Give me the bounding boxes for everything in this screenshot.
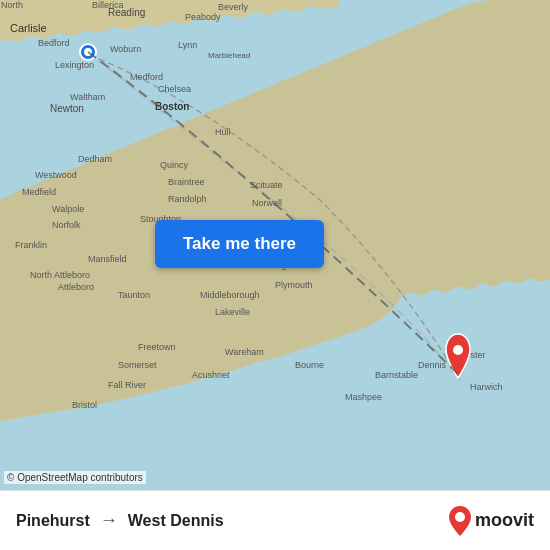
svg-text:Somerset: Somerset (118, 360, 157, 370)
svg-text:Peabody: Peabody (185, 12, 221, 22)
svg-text:Randolph: Randolph (168, 194, 207, 204)
svg-text:Hull: Hull (215, 127, 231, 137)
svg-text:Middleborough: Middleborough (200, 290, 260, 300)
svg-text:Wareham: Wareham (225, 347, 264, 357)
svg-text:Fall River: Fall River (108, 380, 146, 390)
svg-text:Bourne: Bourne (295, 360, 324, 370)
svg-text:Carlisle: Carlisle (10, 22, 47, 34)
svg-text:Bedford: Bedford (38, 38, 70, 48)
route-info: Pinehurst → West Dennis (16, 510, 224, 531)
svg-text:Mashpee: Mashpee (345, 392, 382, 402)
svg-text:Walpole: Walpole (52, 204, 84, 214)
svg-text:Freetown: Freetown (138, 342, 176, 352)
svg-text:Lakeville: Lakeville (215, 307, 250, 317)
svg-text:Billerica: Billerica (92, 0, 124, 10)
svg-text:Franklin: Franklin (15, 240, 47, 250)
svg-text:Dennis: Dennis (418, 360, 447, 370)
svg-text:North: North (1, 0, 23, 10)
svg-text:Harwich: Harwich (470, 382, 503, 392)
svg-text:Medfield: Medfield (22, 187, 56, 197)
moovit-logo: moovit (449, 506, 534, 536)
bottom-bar: Pinehurst → West Dennis moovit (0, 490, 550, 550)
take-me-there-button[interactable]: Take me there (155, 220, 324, 268)
svg-text:Dedham: Dedham (78, 154, 112, 164)
origin-label: Pinehurst (16, 512, 90, 530)
svg-text:Acushnet: Acushnet (192, 370, 230, 380)
svg-text:Scituate: Scituate (250, 180, 283, 190)
svg-text:Medford: Medford (130, 72, 163, 82)
svg-point-56 (453, 345, 463, 355)
svg-text:Marblehead: Marblehead (208, 51, 250, 60)
svg-text:Plymouth: Plymouth (275, 280, 313, 290)
svg-text:Woburn: Woburn (110, 44, 141, 54)
route-arrow-icon: → (100, 510, 118, 531)
svg-text:North Attleboro: North Attleboro (30, 270, 90, 280)
svg-text:Taunton: Taunton (118, 290, 150, 300)
svg-text:Lynn: Lynn (178, 40, 197, 50)
svg-text:Boston: Boston (155, 101, 189, 112)
svg-text:Lexington: Lexington (55, 60, 94, 70)
svg-text:Bristol: Bristol (72, 400, 97, 410)
svg-text:Beverly: Beverly (218, 2, 249, 12)
svg-text:Braintree: Braintree (168, 177, 205, 187)
moovit-brand-label: moovit (475, 510, 534, 531)
moovit-pin-icon (449, 506, 471, 536)
svg-text:Mansfield: Mansfield (88, 254, 127, 264)
svg-text:Chelsea: Chelsea (158, 84, 191, 94)
svg-text:Attleboro: Attleboro (58, 282, 94, 292)
svg-point-57 (455, 512, 465, 522)
svg-text:Barnstable: Barnstable (375, 370, 418, 380)
svg-text:Westwood: Westwood (35, 170, 77, 180)
svg-text:Newton: Newton (50, 103, 84, 114)
svg-text:Norfolk: Norfolk (52, 220, 81, 230)
svg-text:Waltham: Waltham (70, 92, 105, 102)
destination-label: West Dennis (128, 512, 224, 530)
map-container: Reading Carlisle Newton Billerica Bedfor… (0, 0, 550, 490)
svg-text:Quincy: Quincy (160, 160, 189, 170)
map-attribution: © OpenStreetMap contributors (4, 471, 146, 484)
